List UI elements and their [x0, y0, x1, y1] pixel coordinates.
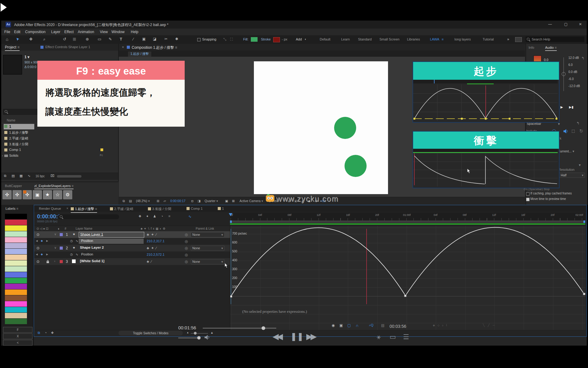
menu-edit[interactable]: Edit [14, 30, 21, 34]
video-pause-button[interactable]: ❚❚ [290, 332, 304, 341]
graph-toggle-icon[interactable]: ∿ [76, 239, 78, 243]
layer-switches[interactable]: ♣∕ [147, 259, 153, 264]
help-search-field[interactable]: Search Help [526, 36, 584, 42]
name-column-header[interactable]: Name [7, 118, 15, 122]
zoom-out-mountain-icon[interactable]: ▲ [186, 331, 190, 334]
layer-label-swatch[interactable] [60, 247, 63, 250]
project-item-xianjie[interactable]: 3.銜接 / 分開 [9, 142, 28, 147]
label-swatch-13[interactable] [5, 289, 27, 295]
tab-comp-1[interactable]: Comp 1 [187, 207, 203, 210]
label-swatch-6[interactable] [5, 249, 27, 254]
layer-row-1[interactable]: ⊙ ∨ 1 ★ Shape Layer 1 ♣✦∕ ◎ None▾ [34, 231, 230, 238]
resolution-select[interactable]: Quarter ▾ [205, 199, 218, 203]
layer-name[interactable]: Shape Layer 1 [80, 232, 103, 236]
label-swatch-7[interactable] [5, 255, 27, 260]
transparency-grid-icon[interactable]: ⊠ [231, 199, 236, 203]
keyframe-icon[interactable]: ◆ [41, 239, 43, 242]
add-menu-icon[interactable]: ◐ [304, 37, 307, 41]
keyframe-next-icon[interactable]: ▶ [46, 253, 48, 256]
expand-in-icon[interactable]: ⧉ [36, 331, 41, 335]
rotate-tool-icon[interactable]: ↺ [61, 37, 68, 41]
puppet-tool-icon[interactable]: ✱ [173, 37, 180, 41]
work-area-start-handle[interactable] [230, 220, 232, 223]
workspace-more-icon[interactable]: » [507, 37, 509, 41]
project-item-comp1[interactable]: Comp 1 [9, 148, 21, 151]
layer-name[interactable]: [White Solid 1] [80, 259, 104, 263]
workspace-libraries[interactable]: Libraries [407, 37, 420, 41]
eye-icon[interactable]: ⊙ [36, 246, 40, 250]
layer-switches[interactable]: ♣✦∕ [147, 246, 158, 250]
graph-editor-icon[interactable]: ∿ [187, 214, 193, 219]
menu-effect[interactable]: Effect [64, 30, 74, 34]
video-playlist-icon[interactable]: ☰ [403, 333, 409, 341]
reset-icon[interactable]: ↰ [576, 121, 579, 125]
menu-animation[interactable]: Animation [78, 30, 94, 34]
script-button-explode-2[interactable]: ✣ [13, 190, 22, 199]
tab-close-icon[interactable]: × [66, 207, 68, 210]
show-channel-icon[interactable]: ◨ [197, 199, 202, 203]
new-composition-icon[interactable]: ▦ [18, 174, 24, 178]
tab-comp-qibu[interactable]: 1.起步 / 撞擊 ≡ [71, 207, 97, 213]
snap-grid-icon[interactable]: ⛶ [229, 37, 234, 41]
label-swatch-0[interactable] [5, 214, 27, 219]
project-item-qibu[interactable]: 1.起步 / 撞擊 [9, 130, 28, 135]
dropdown-chevron-icon[interactable]: ▾ [579, 163, 581, 167]
label-swatch-14[interactable] [5, 295, 27, 301]
resolution-select[interactable]: Half▾ [559, 173, 585, 178]
frame-blend-toggle-icon[interactable]: ◔ [43, 331, 48, 335]
zoom-in-mountain-icon[interactable]: ▲ [210, 331, 214, 334]
channels-icon[interactable]: ▤ [128, 199, 133, 203]
menu-window[interactable]: Window [111, 30, 125, 34]
interpret-footage-icon[interactable]: ⧉ [2, 174, 8, 178]
graph-edit-icons[interactable]: ⬥⬦⬨⌇ [423, 324, 460, 327]
lock-icon[interactable] [46, 260, 49, 263]
scrollbar-handle[interactable] [57, 175, 81, 178]
caching-checkbox[interactable] [526, 192, 530, 196]
label-swatch-9[interactable] [5, 266, 27, 272]
tab-render-queue[interactable]: Render Queue [39, 207, 61, 210]
motion-blur-icon[interactable]: ⌗ [167, 214, 172, 218]
ball-shape-1[interactable] [334, 117, 356, 139]
timeline-search-field[interactable] [58, 214, 119, 219]
time-ruler[interactable]: 0f 04f 08f 12f 16f 20f 01:00f 04f 08f 12… [230, 213, 585, 220]
script-button-explode-1[interactable]: ✣ [2, 190, 12, 199]
expander-icon[interactable]: › [54, 259, 55, 263]
composition-canvas[interactable] [254, 61, 388, 194]
menu-view[interactable]: View [100, 30, 108, 34]
layer-row-3[interactable]: ⊙ › 3 [White Solid 1] ♣∕ ◎ None▾ [34, 258, 230, 265]
graph-ease-icons[interactable]: ╲╱─ [475, 324, 506, 327]
label-swatch-11[interactable] [5, 278, 27, 283]
property-value[interactable]: 210.2,572.1 [147, 253, 164, 256]
property-name[interactable]: Position [81, 252, 93, 256]
label-swatch-8[interactable] [5, 260, 27, 266]
graph-snap-icon[interactable]: ∩ [354, 323, 360, 328]
graph-type-icon[interactable]: ▣ [338, 323, 344, 328]
graph-show-properties-icon[interactable]: ◉ [330, 323, 336, 328]
layer-row-2[interactable]: ⊙ ∨ 2 ★ Shape Layer 2 ♣✦∕ ◎ None▾ [34, 245, 230, 251]
keyframe-prev-icon[interactable]: ◀ [36, 253, 38, 256]
workspace-long-layers[interactable]: long layers [454, 37, 471, 41]
layer-label-swatch[interactable] [60, 233, 63, 236]
keyframe-icon[interactable]: ◆ [41, 253, 43, 256]
label-swatch-5[interactable] [5, 243, 27, 248]
tab-explode-shape-layers[interactable]: zl_ExplodeShapeLayers ≡ [34, 184, 74, 189]
label-swatch-15[interactable] [5, 301, 27, 307]
workspace-menu-icon[interactable]: ≡ [442, 37, 443, 41]
video-forward-button[interactable]: ▶▶ [306, 332, 315, 341]
snap-angle-icon[interactable]: ⤡ [222, 37, 227, 41]
label-swatch-12[interactable] [5, 284, 27, 289]
label-swatch-16[interactable] [5, 307, 27, 312]
eraser-tool-icon[interactable]: ◪ [151, 37, 158, 41]
frame-blend-icon[interactable]: ◔ [160, 214, 164, 218]
property-row-1[interactable]: ◀ ◆ ▶ ◷ ∿ Position 210.2,317.1 ◎ [34, 238, 230, 245]
close-button[interactable]: ✕ [579, 22, 582, 26]
script-button-star-filled[interactable]: ★ [43, 190, 52, 199]
label-swatch-2[interactable] [5, 225, 27, 231]
shy-layers-icon[interactable]: ♟ [152, 214, 157, 218]
stroke-width-value[interactable]: - px [282, 37, 287, 41]
timeline-zoom-track[interactable] [191, 333, 208, 334]
workspace-learn[interactable]: Learn [341, 37, 350, 41]
pickwhip-icon[interactable]: ◎ [185, 239, 188, 243]
move-time-checkbox[interactable] [526, 198, 530, 201]
play-to-end-icon[interactable]: ▶▮ [569, 105, 574, 109]
